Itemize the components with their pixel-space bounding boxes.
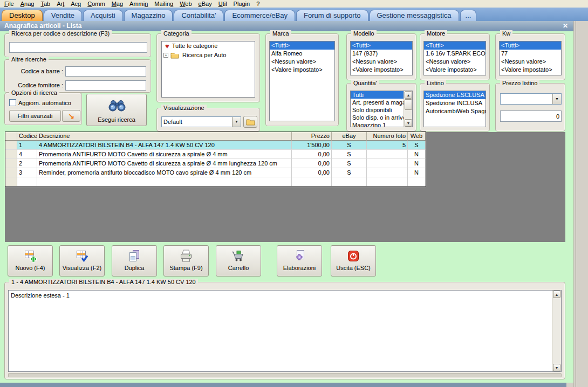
exit-button[interactable]: Uscita (ESC)	[331, 245, 376, 277]
listbox-item[interactable]: <Nessun valore>	[424, 58, 486, 66]
tree-expander-icon[interactable]: +	[163, 53, 168, 58]
scrollbar-down-icon[interactable]: ▼	[405, 119, 412, 127]
view-select[interactable]: Default ▼	[161, 116, 241, 127]
row-selector[interactable]	[5, 150, 17, 159]
listbox-item[interactable]: Spedizione INCLUSA	[424, 99, 486, 107]
menubar-item-art[interactable]: Art	[53, 1, 67, 8]
menubar-item-help[interactable]: ?	[253, 1, 263, 8]
menubar-item-web[interactable]: Web	[176, 1, 195, 8]
menubar-item-plugin[interactable]: Plugin	[230, 1, 254, 8]
tab-contabilita[interactable]: Contabilita'	[174, 10, 223, 21]
menubar-item-ammin[interactable]: Ammin	[126, 1, 151, 8]
listbox-item[interactable]: Solo disp. o in arrivo	[351, 114, 404, 121]
extended-description-textarea[interactable]: Descrizione estesa - 1 ▲ ▼	[8, 290, 562, 372]
table-row[interactable]: 4 Promemoria ANTIFURTO MOTO Cavetto di s…	[5, 150, 426, 159]
close-icon[interactable]: ✕	[561, 22, 570, 30]
tab-desktop[interactable]: Desktop	[2, 10, 43, 21]
header-descrizione[interactable]: Descrizione	[37, 132, 292, 141]
view-folder-button[interactable]	[243, 116, 257, 128]
listbox-item[interactable]: <Valore impostato>	[424, 66, 486, 74]
listbox-item[interactable]: <Tutti>	[270, 42, 334, 50]
chevron-down-icon[interactable]: ▼	[552, 94, 561, 104]
header-ebay[interactable]: eBay	[332, 132, 367, 141]
listbox-item[interactable]: <Nessun valore>	[351, 58, 412, 66]
menubar-item-mailing[interactable]: Mailing	[151, 1, 176, 8]
scrollbar-thumb[interactable]	[405, 99, 412, 110]
cart-button[interactable]: Carrello	[216, 245, 261, 277]
listbox-item[interactable]: 77	[500, 50, 561, 58]
listbox-item[interactable]: Solo disponibili	[351, 106, 404, 114]
description-horizontal-scrollbar[interactable]	[8, 373, 562, 377]
listbox-item[interactable]: Art. presenti a maga	[351, 99, 404, 106]
listbox-item[interactable]: <Valore impostato>	[270, 66, 334, 74]
tab-forum-di-supporto[interactable]: Forum di supporto	[296, 10, 368, 21]
menubar-item-tab[interactable]: Tab	[37, 1, 53, 8]
run-search-button[interactable]: Esegui ricerca	[86, 94, 147, 126]
listbox-item[interactable]: Alfa Romeo	[270, 50, 334, 58]
prezzo-listino-amount-input[interactable]	[500, 110, 562, 122]
barcode-input[interactable]	[65, 66, 146, 77]
listbox-item[interactable]: <Valore impostato>	[351, 66, 412, 74]
tab-ecommerce-ebay[interactable]: Ecommerce/eBay	[224, 10, 295, 21]
header-prezzo[interactable]: Prezzo	[292, 132, 332, 141]
scrollbar-down-icon[interactable]: ▼	[553, 364, 560, 371]
menubar-item-comm[interactable]: Comm	[84, 1, 108, 8]
description-scrollbar[interactable]: ▲ ▼	[552, 291, 561, 371]
listbox-item[interactable]: 147 (937)	[351, 50, 412, 58]
menubar-item-acq[interactable]: Acq	[67, 1, 84, 8]
print-button[interactable]: Stampa (F9)	[163, 245, 209, 277]
listbox-item[interactable]: Tutti	[351, 91, 404, 99]
menubar-item-file[interactable]: File	[1, 1, 17, 8]
advanced-filters-button[interactable]: Filtri avanzati	[9, 110, 61, 122]
cell-descrizione: Promemoria ANTIFURTO MOTO Cavetto di sic…	[37, 159, 292, 168]
view-button[interactable]: Visualizza (F2)	[59, 245, 105, 277]
tab-gestione-messaggistica[interactable]: Gestione messaggistica	[370, 10, 459, 21]
tree-item-ricerca-per-auto[interactable]: + Ricerca per Auto	[162, 51, 255, 60]
listbox-item[interactable]: Spedizione ESCLUSA	[424, 91, 486, 99]
menubar-item-ebay[interactable]: eBay	[195, 1, 215, 8]
tab-vendite[interactable]: Vendite	[44, 10, 82, 21]
prezzo-listino-select[interactable]: ▼	[500, 93, 562, 105]
table-row[interactable]: 1 4 AMMORTIZZATORI BILSTEIN B4 - ALFA 14…	[5, 141, 426, 150]
menubar-item-util[interactable]: Util	[215, 1, 230, 8]
table-row[interactable]: 2 Promemoria ANTIFURTO MOTO Cavetto di s…	[5, 159, 426, 168]
code-description-search-input[interactable]	[9, 42, 147, 53]
listbox-item[interactable]: 1.6 16v T.SPARK ECO	[424, 50, 486, 58]
menubar-item-anag[interactable]: Anag	[17, 1, 38, 8]
auto-update-checkbox[interactable]	[9, 99, 16, 106]
row-selector[interactable]	[5, 168, 17, 177]
header-codice[interactable]: Codice	[17, 132, 37, 141]
tree-item-all-categories[interactable]: ♥ Tutte le categorie	[162, 42, 255, 51]
listbox-item[interactable]: <Tutti>	[351, 42, 412, 50]
header-web[interactable]: Web	[408, 132, 426, 141]
advanced-filters-arrow-button[interactable]: ↘	[62, 110, 80, 122]
cell-codice: 1	[17, 141, 37, 150]
listbox-item[interactable]: <Tutti>	[424, 42, 486, 50]
listbox-item[interactable]: <Valore impostato>	[500, 66, 561, 74]
listbox-item[interactable]: AutoricambiWeb Spagna	[424, 107, 486, 115]
listbox-item[interactable]: <Nessun valore>	[270, 58, 334, 66]
scrollbar-up-icon[interactable]: ▲	[553, 291, 560, 298]
listbox-item[interactable]: <Tutti>	[500, 42, 561, 50]
tab-acquisti[interactable]: Acquisti	[83, 10, 123, 21]
header-numero-foto[interactable]: Numero foto	[367, 132, 408, 141]
menubar-item-mag[interactable]: Mag	[108, 1, 126, 8]
cell-web: S	[408, 141, 426, 150]
listbox-item[interactable]: Magazzino 1	[351, 121, 404, 127]
group-listino: Listino Spedizione ESCLUSA Spedizione IN…	[420, 83, 490, 132]
tab-more[interactable]: ...	[460, 10, 477, 21]
listbox-item[interactable]: <Nessun valore>	[500, 58, 561, 66]
supplier-code-input[interactable]	[65, 80, 146, 91]
process-button[interactable]: Elaborazioni	[277, 245, 322, 277]
chevron-down-icon[interactable]: ▼	[232, 117, 241, 127]
menubar: File Anag Tab Art Acq Comm Mag Ammin Mai…	[0, 0, 588, 8]
gear-doc-icon	[277, 246, 322, 264]
row-selector[interactable]	[5, 159, 17, 168]
duplicate-button[interactable]: Duplica	[112, 245, 157, 277]
table-row[interactable]: 3 Reminder, promemoria antifurto bloccad…	[5, 168, 426, 177]
scrollbar-up-icon[interactable]: ▲	[405, 91, 412, 99]
row-selector[interactable]	[5, 141, 17, 150]
tab-magazzino[interactable]: Magazzino	[124, 10, 173, 21]
new-button[interactable]: Nuovo (F4)	[8, 245, 53, 277]
quantita-scrollbar[interactable]: ▲ ▼	[404, 91, 412, 127]
